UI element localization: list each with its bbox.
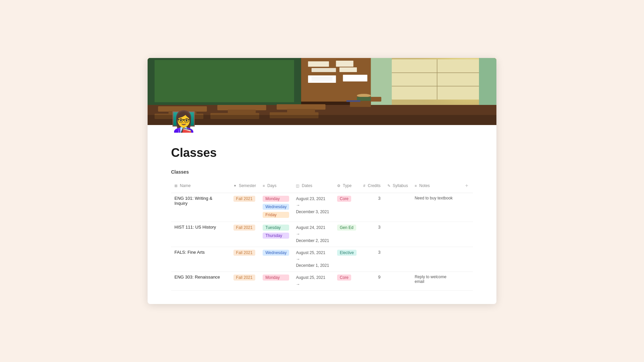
- day-tag: Monday: [263, 275, 289, 281]
- cell-days: Wednesday: [259, 247, 292, 272]
- cell-semester: Fall 2021: [230, 247, 260, 272]
- cell-dates: August 24, 2021 →December 2, 2021: [292, 222, 334, 247]
- notes-col-icon: ≡: [415, 184, 417, 188]
- cell-semester: Fall 2021: [230, 272, 260, 290]
- cell-type: Elective: [334, 247, 360, 272]
- cell-notes: Need to buy textbook: [411, 193, 460, 222]
- cell-days: Monday: [259, 272, 292, 290]
- cell-type: Core: [334, 272, 360, 290]
- svg-rect-26: [277, 104, 326, 110]
- page-title: Classes: [171, 146, 473, 160]
- svg-rect-6: [312, 68, 336, 72]
- svg-rect-5: [336, 61, 354, 67]
- name-col-icon: ⊞: [174, 184, 177, 188]
- cell-notes: Reply to welcome email: [411, 272, 460, 290]
- cell-add: [461, 272, 473, 290]
- col-header-notes[interactable]: ≡ Notes: [411, 179, 460, 193]
- type-tag: Gen Ed: [337, 225, 356, 231]
- cell-add: [461, 193, 473, 222]
- cell-type: Core: [334, 193, 360, 222]
- cell-type: Gen Ed: [334, 222, 360, 247]
- col-header-name[interactable]: ⊞ Name: [171, 179, 230, 193]
- semester-col-icon: ✦: [233, 184, 236, 188]
- cell-semester: Fall 2021: [230, 222, 260, 247]
- day-tag: Thursday: [263, 233, 289, 239]
- type-tag: Core: [337, 275, 351, 281]
- svg-rect-4: [308, 61, 329, 67]
- col-header-syllabus[interactable]: ✎ Syllabus: [384, 179, 412, 193]
- avatar-container: 👩‍🏫: [171, 112, 195, 135]
- col-header-dates[interactable]: ◫ Dates: [292, 179, 334, 193]
- page-container: 👩‍🏫 Classes Classes ⊞ Name ✦ Semester: [148, 58, 496, 304]
- cell-name[interactable]: ENG 303: Renaissance: [171, 272, 230, 290]
- cell-days: MondayWednesdayFriday: [259, 193, 292, 222]
- cover-image: [148, 58, 496, 125]
- section-title: Classes: [171, 169, 473, 175]
- cell-semester: Fall 2021: [230, 193, 260, 222]
- day-tag: Tuesday: [263, 225, 289, 231]
- svg-rect-24: [217, 105, 266, 110]
- type-tag: Core: [337, 196, 351, 202]
- avatar-emoji: 👩‍🏫: [171, 112, 195, 132]
- svg-rect-36: [148, 115, 496, 125]
- cell-add: [461, 222, 473, 247]
- svg-rect-12: [343, 75, 367, 81]
- day-tag: Monday: [263, 196, 289, 202]
- cell-syllabus: [384, 247, 412, 272]
- cell-credits: 3: [360, 193, 384, 222]
- cell-name[interactable]: HIST 111: US History: [171, 222, 230, 247]
- table-row: FALS: Fine ArtsFall 2021WednesdayAugust …: [171, 247, 473, 272]
- credits-col-icon: #: [363, 184, 365, 188]
- cell-days: TuesdayThursday: [259, 222, 292, 247]
- table-row: ENG 101: Writing & InquiryFall 2021Monda…: [171, 193, 473, 222]
- classes-table: ⊞ Name ✦ Semester ≡ Days ◫: [171, 179, 473, 291]
- type-tag: Elective: [337, 250, 357, 256]
- content-area: Classes Classes ⊞ Name ✦ Semester: [148, 135, 496, 304]
- cell-syllabus: [384, 272, 412, 290]
- classroom-background: [148, 58, 496, 125]
- cell-syllabus: [384, 193, 412, 222]
- cell-dates: August 23, 2021 →December 3, 2021: [292, 193, 334, 222]
- cell-dates: August 25, 2021 →: [292, 272, 334, 290]
- col-header-credits[interactable]: # Credits: [360, 179, 384, 193]
- classes-table-wrapper: ⊞ Name ✦ Semester ≡ Days ◫: [171, 179, 473, 291]
- cell-syllabus: [384, 222, 412, 247]
- cell-name[interactable]: FALS: Fine Arts: [171, 247, 230, 272]
- svg-rect-7: [339, 67, 357, 72]
- cell-dates: August 25, 2021 →December 1, 2021: [292, 247, 334, 272]
- type-col-icon: ⚙: [337, 184, 340, 188]
- svg-point-33: [357, 94, 371, 97]
- add-column-button[interactable]: +: [464, 181, 470, 190]
- svg-rect-35: [346, 100, 361, 102]
- cell-add: [461, 247, 473, 272]
- cell-credits: 3: [360, 222, 384, 247]
- table-header-row: ⊞ Name ✦ Semester ≡ Days ◫: [171, 179, 473, 193]
- col-header-type[interactable]: ⚙ Type: [334, 179, 360, 193]
- cell-credits: 9: [360, 272, 384, 290]
- col-header-days[interactable]: ≡ Days: [259, 179, 292, 193]
- day-tag: Wednesday: [263, 204, 289, 210]
- syllabus-col-icon: ✎: [387, 184, 390, 188]
- svg-rect-2: [155, 60, 294, 102]
- table-row: HIST 111: US HistoryFall 2021TuesdayThur…: [171, 222, 473, 247]
- cell-name[interactable]: ENG 101: Writing & Inquiry: [171, 193, 230, 222]
- day-tag: Wednesday: [263, 250, 289, 256]
- cell-notes: [411, 222, 460, 247]
- svg-rect-8: [308, 75, 336, 83]
- cell-notes: [411, 247, 460, 272]
- table-row: ENG 303: RenaissanceFall 2021MondayAugus…: [171, 272, 473, 290]
- col-header-add: +: [461, 179, 473, 193]
- cell-credits: 3: [360, 247, 384, 272]
- days-col-icon: ≡: [263, 184, 265, 188]
- dates-col-icon: ◫: [296, 184, 299, 188]
- day-tag: Friday: [263, 212, 289, 218]
- col-header-semester[interactable]: ✦ Semester: [230, 179, 260, 193]
